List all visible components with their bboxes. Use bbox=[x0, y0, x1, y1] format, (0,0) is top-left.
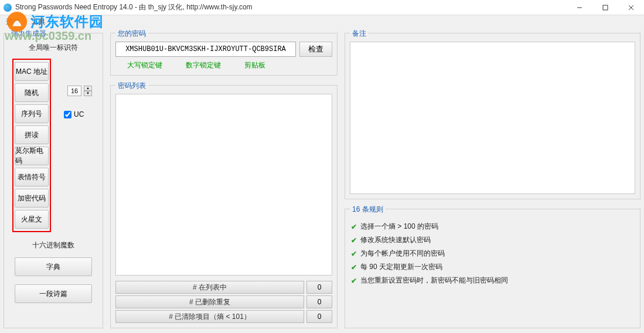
password-group: 您的密码 检查 大写锁定键 数字锁定键 剪贴板 bbox=[110, 33, 338, 76]
stat-inlist-count: 0 bbox=[306, 281, 332, 294]
spell-button[interactable]: 拼读 bbox=[15, 125, 49, 144]
stat-dedup-count: 0 bbox=[306, 295, 332, 308]
numlock-status: 数字锁定键 bbox=[186, 60, 221, 70]
dictionary-button[interactable]: 字典 bbox=[15, 257, 92, 276]
morse-button[interactable]: 莫尔斯电码 bbox=[15, 147, 49, 165]
app-icon bbox=[4, 4, 12, 12]
titlebar: Strong Passwords Need Entropy 14.0 - 由 t… bbox=[0, 0, 644, 15]
check-icon: ✔ bbox=[351, 250, 357, 258]
menubar: 选项 工具 bbox=[0, 15, 644, 28]
window-controls bbox=[567, 0, 644, 15]
svg-rect-1 bbox=[603, 5, 608, 10]
minimize-button[interactable] bbox=[567, 0, 592, 15]
close-button[interactable] bbox=[618, 0, 644, 15]
rules-group: 16 条规则 ✔选择一个熵 > 100 的密码 ✔修改系统快速默认密码 ✔为每个… bbox=[345, 209, 640, 328]
spinner-down-icon[interactable]: ▼ bbox=[84, 91, 92, 96]
emoji-button[interactable]: 表情符号 bbox=[15, 168, 49, 186]
uc-checkbox-input[interactable] bbox=[64, 111, 71, 118]
spinner-buttons[interactable]: ▲ ▼ bbox=[84, 86, 92, 96]
check-button[interactable]: 检查 bbox=[299, 42, 332, 57]
check-icon: ✔ bbox=[351, 277, 357, 285]
menu-tools[interactable]: 工具 bbox=[29, 16, 48, 28]
rule-item: ✔为每个帐户使用不同的密码 bbox=[351, 247, 634, 260]
password-list-legend: 密码列表 bbox=[115, 81, 148, 91]
password-input[interactable] bbox=[115, 42, 296, 57]
lock-status-row: 大写锁定键 数字锁定键 剪贴板 bbox=[115, 60, 332, 70]
length-spinner[interactable]: 16 ▲ ▼ bbox=[67, 86, 92, 96]
rule-item: ✔当您重新设置密码时，新密码不能与旧密码相同 bbox=[351, 274, 634, 287]
uc-checkbox[interactable]: UC bbox=[64, 110, 96, 118]
uc-label: UC bbox=[74, 110, 84, 118]
stat-cleared-label: # 已清除项目（熵 < 101） bbox=[115, 310, 304, 323]
check-icon: ✔ bbox=[351, 263, 357, 271]
serial-button[interactable]: 序列号 bbox=[15, 104, 49, 123]
menu-options[interactable]: 选项 bbox=[4, 16, 22, 28]
crypto-button[interactable]: 加密代码 bbox=[15, 189, 49, 208]
stat-dedup-label: # 已删除重复 bbox=[115, 295, 304, 308]
hex-label: 十六进制魔数 bbox=[9, 240, 98, 250]
middle-column: 您的密码 检查 大写锁定键 数字锁定键 剪贴板 密码列表 # 在列表中 0 # … bbox=[107, 28, 341, 333]
random-button[interactable]: 随机 bbox=[15, 83, 49, 102]
gud-label: 全局唯一标识符 bbox=[9, 43, 98, 53]
left-column: 强力生成器 全局唯一标识符 MAC 地址 随机 序列号 拼读 莫尔斯电码 表情符… bbox=[0, 28, 107, 333]
content: 强力生成器 全局唯一标识符 MAC 地址 随机 序列号 拼读 莫尔斯电码 表情符… bbox=[0, 28, 644, 333]
poem-button[interactable]: 一段诗篇 bbox=[15, 284, 92, 303]
maximize-button[interactable] bbox=[592, 0, 618, 15]
password-list-group: 密码列表 # 在列表中 0 # 已删除重复 0 # 已清除项目（熵 < 101）… bbox=[110, 85, 338, 328]
mac-button[interactable]: MAC 地址 bbox=[15, 62, 49, 81]
generator-legend: 强力生成器 bbox=[9, 29, 49, 39]
generator-group: 强力生成器 全局唯一标识符 MAC 地址 随机 序列号 拼读 莫尔斯电码 表情符… bbox=[4, 33, 103, 328]
password-list[interactable] bbox=[115, 94, 332, 276]
length-value[interactable]: 16 bbox=[67, 86, 81, 96]
notes-legend: 备注 bbox=[350, 29, 369, 39]
check-icon: ✔ bbox=[351, 223, 357, 231]
window-title: Strong Passwords Need Entropy 14.0 - 由 t… bbox=[15, 2, 253, 12]
rule-item: ✔选择一个熵 > 100 的密码 bbox=[351, 220, 634, 233]
spinner-up-icon[interactable]: ▲ bbox=[84, 86, 92, 91]
stat-inlist-label: # 在列表中 bbox=[115, 281, 304, 294]
rules-legend: 16 条规则 bbox=[350, 205, 386, 215]
generator-button-stack: MAC 地址 随机 序列号 拼读 莫尔斯电码 表情符号 加密代码 火星文 bbox=[12, 59, 51, 232]
stat-cleared-count: 0 bbox=[306, 310, 332, 323]
right-column: 备注 16 条规则 ✔选择一个熵 > 100 的密码 ✔修改系统快速默认密码 ✔… bbox=[341, 28, 644, 333]
check-icon: ✔ bbox=[351, 236, 357, 244]
rule-item: ✔修改系统快速默认密码 bbox=[351, 233, 634, 247]
password-legend: 您的密码 bbox=[115, 29, 148, 39]
rule-item: ✔每 90 天定期更新一次密码 bbox=[351, 260, 634, 274]
rules-list: ✔选择一个熵 > 100 的密码 ✔修改系统快速默认密码 ✔为每个帐户使用不同的… bbox=[350, 218, 635, 290]
notes-textarea[interactable] bbox=[350, 42, 635, 194]
capslock-status: 大写锁定键 bbox=[127, 60, 162, 70]
notes-group: 备注 bbox=[345, 33, 640, 199]
martian-button[interactable]: 火星文 bbox=[15, 210, 49, 229]
clipboard-status: 剪贴板 bbox=[244, 60, 265, 70]
